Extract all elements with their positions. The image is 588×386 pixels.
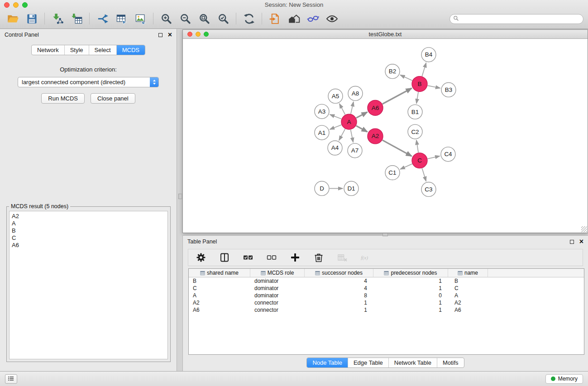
- edge-C-C4[interactable]: [428, 156, 440, 159]
- column-header-predecessor-nodes[interactable]: predecessor nodes: [373, 269, 448, 277]
- edge-A-A1[interactable]: [330, 125, 342, 129]
- eye-icon[interactable]: [325, 11, 339, 26]
- home-icon[interactable]: [287, 11, 301, 26]
- edge-B-B4[interactable]: [422, 63, 426, 76]
- edge-A-A4[interactable]: [339, 129, 345, 140]
- edge-A-A2[interactable]: [356, 126, 368, 132]
- edge-C-C2[interactable]: [416, 140, 418, 152]
- column-header-name[interactable]: name: [448, 269, 488, 277]
- column-header-successor-nodes[interactable]: successor nodes: [305, 269, 373, 277]
- mcds-result-item[interactable]: C: [12, 234, 165, 242]
- column-selector-icon[interactable]: [217, 250, 232, 265]
- node-A[interactable]: A: [341, 114, 357, 129]
- node-D1[interactable]: D1: [344, 181, 359, 196]
- tab-select[interactable]: Select: [89, 45, 116, 55]
- network-close-button[interactable]: [187, 32, 192, 37]
- refresh-layout-icon[interactable]: [242, 11, 256, 26]
- node-C3[interactable]: C3: [421, 182, 436, 197]
- mcds-result-item[interactable]: A: [12, 220, 165, 227]
- node-C[interactable]: C: [412, 153, 427, 168]
- table-settings-icon[interactable]: [194, 250, 208, 265]
- close-table-panel-icon[interactable]: ×: [579, 239, 583, 244]
- edge-A-A8[interactable]: [351, 102, 354, 114]
- import-table-icon[interactable]: [69, 11, 84, 26]
- node-C1[interactable]: C1: [385, 166, 400, 180]
- table-tab-motifs[interactable]: Motifs: [437, 358, 464, 367]
- horizontal-split-handle[interactable]: [382, 233, 388, 236]
- new-table-icon[interactable]: [114, 11, 129, 26]
- tab-network[interactable]: Network: [32, 45, 64, 55]
- close-panel-icon[interactable]: ×: [168, 32, 172, 38]
- edge-B-B2[interactable]: [400, 75, 412, 81]
- edge-A-A6[interactable]: [356, 112, 367, 118]
- criterion-dropdown[interactable]: largest connected component (directed): [18, 77, 159, 87]
- zoom-fit-icon[interactable]: [197, 11, 211, 26]
- import-network-icon[interactable]: [50, 11, 65, 26]
- open-session-icon[interactable]: [5, 11, 20, 26]
- new-network-icon[interactable]: [95, 11, 110, 26]
- zoom-in-icon[interactable]: [159, 11, 173, 26]
- node-B2[interactable]: B2: [385, 64, 400, 79]
- node-B3[interactable]: B3: [441, 83, 456, 97]
- resize-grip[interactable]: [581, 226, 587, 232]
- node-B[interactable]: B: [412, 76, 427, 92]
- edge-B-B3[interactable]: [428, 86, 440, 88]
- edge-C-C1[interactable]: [400, 164, 412, 169]
- edge-B-B1[interactable]: [416, 92, 418, 103]
- table-row[interactable]: Adominator80A: [189, 292, 584, 299]
- node-A2[interactable]: A2: [368, 129, 383, 144]
- table-row[interactable]: A6connector11A6: [189, 306, 584, 314]
- node-A6[interactable]: A6: [368, 100, 383, 115]
- mcds-result-item[interactable]: A2: [12, 213, 165, 220]
- glasses-icon[interactable]: [306, 11, 320, 26]
- edge-A-A5[interactable]: [339, 104, 345, 114]
- edge-A2-C[interactable]: [382, 140, 412, 156]
- zoom-out-icon[interactable]: [178, 11, 192, 26]
- table-row[interactable]: A2connector11A2: [189, 299, 584, 306]
- export-image-icon[interactable]: [133, 11, 148, 26]
- node-B1[interactable]: B1: [408, 105, 422, 119]
- mcds-result-item[interactable]: B: [12, 227, 165, 234]
- edge-A6-B[interactable]: [382, 88, 412, 104]
- table-row[interactable]: Bdominator41B: [189, 277, 584, 285]
- zoom-selected-icon[interactable]: [216, 11, 230, 26]
- run-mcds-button[interactable]: Run MCDS: [41, 93, 85, 104]
- column-header-shared-name[interactable]: shared name: [189, 269, 250, 277]
- node-A1[interactable]: A1: [315, 125, 329, 140]
- select-all-rows-icon[interactable]: [241, 250, 255, 265]
- node-A5[interactable]: A5: [328, 89, 343, 103]
- tab-mcds[interactable]: MCDS: [116, 45, 145, 55]
- node-B4[interactable]: B4: [421, 48, 436, 62]
- network-canvas[interactable]: B4B2BB3A8A5A6A3B1AC2A1A2A4A7C4CC1DD1C3: [183, 39, 588, 233]
- network-minimize-button[interactable]: [196, 32, 201, 37]
- float-panel-icon[interactable]: [158, 33, 163, 37]
- tab-style[interactable]: Style: [64, 45, 89, 55]
- search-box[interactable]: [449, 14, 583, 24]
- edge-A-A7[interactable]: [351, 130, 354, 143]
- node-A3[interactable]: A3: [315, 104, 329, 119]
- edge-C-C3[interactable]: [422, 168, 426, 181]
- mcds-result-item[interactable]: A6: [12, 242, 165, 249]
- memory-button[interactable]: Memory: [545, 374, 583, 384]
- table-tab-edge-table[interactable]: Edge Table: [348, 358, 388, 367]
- deselect-all-rows-icon[interactable]: [264, 250, 279, 265]
- close-panel-button[interactable]: Close panel: [91, 93, 135, 104]
- add-row-icon[interactable]: [288, 250, 302, 265]
- table-row[interactable]: Cdominator41C: [189, 285, 584, 292]
- node-C2[interactable]: C2: [408, 124, 422, 139]
- vertical-split-handle[interactable]: [178, 194, 182, 199]
- table-tab-node-table[interactable]: Node Table: [307, 358, 348, 367]
- table-tab-network-table[interactable]: Network Table: [388, 358, 437, 367]
- node-D[interactable]: D: [315, 181, 329, 196]
- task-history-button[interactable]: [5, 374, 17, 384]
- node-A4[interactable]: A4: [328, 141, 342, 155]
- float-table-panel-icon[interactable]: [570, 240, 574, 244]
- network-maximize-button[interactable]: [204, 32, 209, 37]
- mcds-result-list[interactable]: A2ABCA6: [9, 211, 168, 359]
- node-C4[interactable]: C4: [441, 147, 455, 162]
- node-A7[interactable]: A7: [348, 143, 362, 158]
- export-document-icon[interactable]: [268, 11, 282, 26]
- network-window-titlebar[interactable]: testGlobe.txt: [183, 30, 588, 39]
- column-header-MCDS-role[interactable]: MCDS role: [250, 269, 305, 277]
- node-A8[interactable]: A8: [348, 86, 363, 101]
